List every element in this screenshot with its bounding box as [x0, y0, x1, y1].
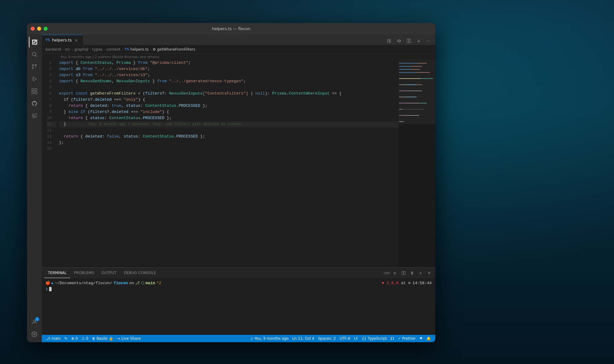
- svg-rect-8: [32, 89, 34, 91]
- sidebar-item-github[interactable]: [29, 98, 40, 109]
- status-language[interactable]: {} TypeScript: [360, 335, 389, 342]
- terminal-branch-icon2: ⬡: [141, 281, 144, 285]
- minimize-button[interactable]: [37, 27, 41, 31]
- status-spaces[interactable]: Spaces: 2: [316, 335, 338, 342]
- eye-icon[interactable]: [395, 37, 403, 45]
- activity-bar-bottom: 1: [29, 316, 40, 342]
- status-liveshare[interactable]: → Live Share: [115, 335, 142, 342]
- bell-icon: 🔔: [426, 336, 431, 341]
- add-terminal-icon[interactable]: +: [391, 269, 398, 277]
- language-icon: {}: [362, 336, 367, 341]
- status-line-ending[interactable]: LF: [352, 335, 360, 342]
- line-ending-label: LF: [354, 336, 358, 341]
- sidebar-item-extensions[interactable]: [29, 86, 40, 97]
- terminal-clock-icon: ⊙: [408, 281, 411, 285]
- cursor-position: Ln 11, Col 4: [292, 336, 314, 341]
- minimap: [398, 60, 435, 267]
- split-right-icon[interactable]: [405, 37, 413, 45]
- tab-problems[interactable]: PROBLEMS: [70, 268, 98, 278]
- trash-icon[interactable]: [408, 269, 416, 277]
- new-terminal-icon[interactable]: zsh: [383, 269, 390, 277]
- terminal-version: 2.6.6: [387, 281, 398, 285]
- status-git-author[interactable]: ◇ You, 9 months ago: [249, 335, 290, 342]
- tab-terminal[interactable]: TERMINAL: [44, 268, 70, 278]
- tab-debug-console[interactable]: DEBUG CONSOLE: [120, 268, 160, 278]
- tab-close-button[interactable]: ×: [74, 37, 79, 43]
- status-encoding[interactable]: UTF-8: [338, 335, 352, 342]
- status-feedback[interactable]: ⚑: [418, 335, 425, 342]
- sidebar-item-run[interactable]: [29, 73, 40, 84]
- tab-helpers-ts[interactable]: TS helpers.ts ×: [42, 35, 83, 45]
- svg-rect-16: [409, 39, 411, 43]
- status-prettier[interactable]: ✓ Prettier: [396, 335, 418, 342]
- status-format[interactable]: [389, 335, 396, 342]
- close-panel-icon[interactable]: ✕: [426, 269, 433, 277]
- svg-rect-42: [398, 60, 435, 124]
- close-button[interactable]: [31, 27, 35, 31]
- code-editor[interactable]: 123456789101112131415 import { ContentSt…: [42, 60, 398, 267]
- breadcrumb: backend › src › graphql › types › conten…: [42, 45, 435, 54]
- breadcrumb-graphql[interactable]: graphql: [74, 47, 88, 52]
- breadcrumb-file[interactable]: helpers.ts: [130, 47, 149, 52]
- breadcrumb-types[interactable]: types: [92, 47, 103, 52]
- sidebar-item-explorer[interactable]: [29, 37, 40, 48]
- more-actions-icon[interactable]: ···: [424, 37, 433, 45]
- breadcrumb-backend[interactable]: backend: [45, 47, 61, 52]
- terminal-content[interactable]: 🍎 ▶ ~/Documents/ntag/flocon/flocon on ⎇ …: [42, 278, 435, 335]
- warnings-count: ⚠ 0: [81, 336, 88, 341]
- debug-tab-label: DEBUG CONSOLE: [124, 271, 156, 275]
- sidebar-item-remote[interactable]: [29, 110, 40, 121]
- breadcrumb-sep-5: ›: [122, 47, 123, 52]
- status-sync[interactable]: ↻: [63, 335, 69, 342]
- sidebar-item-source-control[interactable]: [29, 61, 40, 72]
- sync-icon: ↻: [64, 336, 68, 341]
- status-notifications[interactable]: 🔔: [425, 335, 433, 342]
- breadcrumb-sep-2: ›: [72, 47, 73, 52]
- maximize-button[interactable]: [44, 27, 48, 31]
- terminal-cursor-line[interactable]: ❯: [45, 287, 432, 292]
- status-errors[interactable]: ⊗ 0: [69, 335, 80, 342]
- status-warnings[interactable]: ⚠ 0: [80, 335, 90, 342]
- user-name: Basile: [96, 336, 107, 341]
- format-icon: [391, 337, 394, 340]
- sidebar-item-settings[interactable]: [29, 329, 40, 340]
- status-bar: ⎇ main ↻ ⊗ 0 ⚠ 0 ♛ Basile 🔒 →: [42, 335, 435, 342]
- panel-tab-bar: TERMINAL PROBLEMS OUTPUT DEBUG CONSOLE: [42, 268, 435, 278]
- terminal-star: *2: [157, 281, 161, 285]
- breadcrumb-symbol-icon: ⚙: [153, 47, 156, 52]
- problems-tab-label: PROBLEMS: [74, 271, 94, 275]
- breadcrumb-ts-icon: TS: [124, 47, 129, 51]
- sidebar-item-account[interactable]: 1: [29, 316, 40, 327]
- svg-point-1: [32, 52, 36, 56]
- terminal-arrow: ❯: [45, 287, 48, 292]
- terminal-branch-icon: ⎇: [135, 281, 140, 285]
- maximize-panel-icon[interactable]: ∧: [417, 269, 424, 277]
- activity-bar-top: [29, 37, 40, 315]
- svg-point-3: [32, 64, 33, 66]
- svg-rect-45: [404, 271, 405, 274]
- svg-rect-10: [32, 92, 34, 94]
- editor-content[interactable]: 123456789101112131415 import { ContentSt…: [42, 60, 435, 267]
- tab-label: helpers.ts: [52, 38, 72, 42]
- svg-point-14: [34, 334, 35, 335]
- svg-rect-11: [35, 92, 37, 94]
- feedback-icon: ⚑: [419, 336, 423, 341]
- output-tab-label: OUTPUT: [102, 271, 117, 275]
- branch-name: main: [52, 336, 61, 341]
- status-cursor[interactable]: Ln 11, Col 4: [290, 335, 316, 342]
- vscode-window: helpers.ts — flocon: [27, 23, 435, 342]
- breadcrumb-symbol[interactable]: getWhereFromFilters: [157, 47, 195, 52]
- split-down-icon[interactable]: [414, 37, 423, 45]
- breadcrumb-content[interactable]: content: [107, 47, 121, 52]
- status-branch[interactable]: ⎇ main: [44, 335, 63, 342]
- split-editor-icon[interactable]: [385, 37, 394, 45]
- terminal-on: on: [129, 281, 134, 285]
- breadcrumb-src[interactable]: src: [65, 47, 71, 52]
- tab-output[interactable]: OUTPUT: [98, 268, 120, 278]
- status-user[interactable]: ♛ Basile 🔒: [90, 335, 115, 342]
- sidebar-item-search[interactable]: [29, 49, 40, 60]
- panel: TERMINAL PROBLEMS OUTPUT DEBUG CONSOLE: [42, 267, 435, 335]
- svg-point-5: [32, 68, 33, 69]
- split-terminal-icon[interactable]: [400, 269, 407, 277]
- spaces-label: Spaces: 2: [318, 336, 336, 341]
